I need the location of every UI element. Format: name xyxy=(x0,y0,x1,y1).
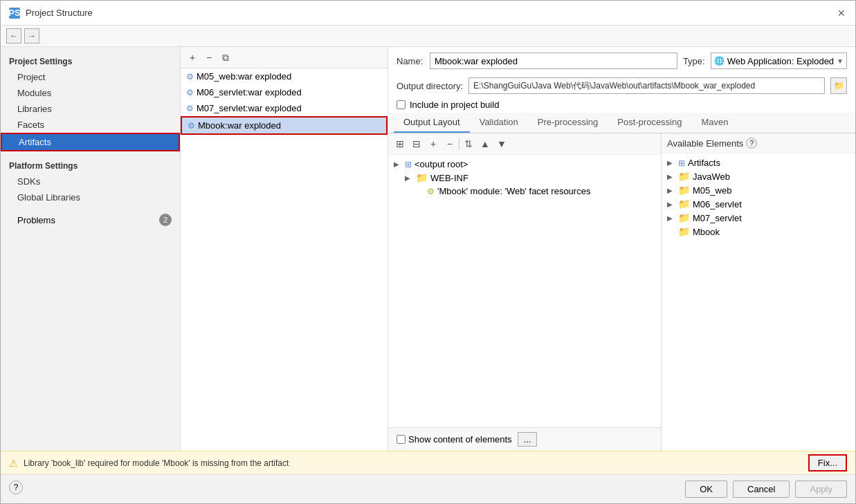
sidebar-item-global-libraries[interactable]: Global Libraries xyxy=(1,189,180,205)
sidebar-item-facets[interactable]: Facets xyxy=(1,117,180,133)
artifact-item-m06[interactable]: ⚙ M06_servlet:war exploded xyxy=(181,84,388,100)
sidebar-item-modules[interactable]: Modules xyxy=(1,85,180,101)
warning-message: Library 'book_lib' required for module '… xyxy=(24,458,803,468)
cancel-button[interactable]: Cancel xyxy=(733,480,790,498)
avail-mbook-label: Mbook xyxy=(693,227,720,237)
web-inf-folder-icon: 📁 xyxy=(416,172,428,183)
m07-folder-icon: 📁 xyxy=(678,212,690,223)
browse-button[interactable]: 📁 xyxy=(830,77,847,94)
main-content: Project Settings Project Modules Librari… xyxy=(1,47,855,451)
artifacts-toolbar: + − ⧉ xyxy=(181,47,388,68)
warning-bar: ⚠ Library 'book_lib' required for module… xyxy=(1,451,855,474)
m06-expand-icon: ▶ xyxy=(667,200,675,208)
avail-item-artifacts[interactable]: ▶ ⊞ Artifacts xyxy=(662,156,855,169)
artifact-icon-m07: ⚙ xyxy=(186,104,194,113)
output-dir-input[interactable] xyxy=(468,77,825,94)
available-elements-title: Available Elements xyxy=(667,138,743,149)
output-dir-row: Output directory: 📁 xyxy=(388,75,855,97)
output-tree-btn2[interactable]: ⊟ xyxy=(409,136,424,151)
close-button[interactable]: ✕ xyxy=(836,8,847,19)
avail-m07-label: M07_servlet xyxy=(693,213,742,223)
name-input[interactable] xyxy=(430,53,677,69)
m05-expand-icon: ▶ xyxy=(667,187,675,194)
toolbar-separator xyxy=(459,138,459,150)
type-dropdown-arrow-icon: ▼ xyxy=(837,57,844,65)
javaweb-folder-icon: 📁 xyxy=(678,171,690,182)
artifact-item-m05[interactable]: ⚙ M05_web:war exploded xyxy=(181,68,388,84)
tab-validation[interactable]: Validation xyxy=(470,113,528,133)
web-inf-label: WEB-INF xyxy=(430,173,468,183)
output-tree-btn1[interactable]: ⊞ xyxy=(392,136,408,151)
back-button[interactable]: ← xyxy=(6,28,21,44)
apply-button[interactable]: Apply xyxy=(795,480,847,498)
artifact-item-m07[interactable]: ⚙ M07_servlet:war exploded xyxy=(181,100,388,116)
output-tree-toolbar: ⊞ ⊟ + − ⇅ ▲ ▼ xyxy=(388,133,661,155)
m05-folder-icon: 📁 xyxy=(678,185,690,196)
type-icon: 🌐 xyxy=(714,56,725,66)
artifact-icon-mbook: ⚙ xyxy=(188,121,195,131)
output-tree-btn4[interactable]: − xyxy=(442,136,457,151)
output-dir-label: Output directory: xyxy=(397,81,463,91)
sidebar-item-project[interactable]: Project xyxy=(1,69,180,85)
avail-m05-label: M05_web xyxy=(693,185,731,196)
output-tree-btn5[interactable]: ⇅ xyxy=(461,136,476,151)
sidebar: Project Settings Project Modules Librari… xyxy=(1,47,181,451)
avail-item-m05-web[interactable]: ▶ 📁 M05_web xyxy=(662,183,855,197)
output-tree-btn6[interactable]: ▲ xyxy=(477,136,493,151)
javaweb-expand-icon: ▶ xyxy=(667,173,675,180)
tab-pre-processing[interactable]: Pre-processing xyxy=(528,113,608,133)
ok-button[interactable]: OK xyxy=(685,480,727,498)
tree-item-output-root[interactable]: ▶ ⊞ <output root> xyxy=(388,158,661,171)
name-label: Name: xyxy=(397,56,424,66)
tab-output-layout[interactable]: Output Layout xyxy=(394,113,470,133)
tab-maven[interactable]: Maven xyxy=(691,113,738,133)
show-content-label: Show content of elements xyxy=(408,434,512,445)
type-dropdown[interactable]: 🌐 Web Application: Exploded ▼ xyxy=(711,53,847,69)
include-project-build-checkbox[interactable] xyxy=(397,100,406,109)
top-nav: ← → xyxy=(1,26,855,47)
output-tree-btn7[interactable]: ▼ xyxy=(494,136,509,151)
web-inf-expand-icon: ▶ xyxy=(405,174,413,182)
sidebar-divider2 xyxy=(1,205,180,211)
show-content-row: Show content of elements xyxy=(397,434,512,445)
bottom-bar: Show content of elements ... xyxy=(388,427,661,451)
avail-artifacts-label: Artifacts xyxy=(688,158,720,168)
artifact-icon-m06: ⚙ xyxy=(186,88,194,97)
avail-item-m07-servlet[interactable]: ▶ 📁 M07_servlet xyxy=(662,211,855,225)
problems-badge: 2 xyxy=(159,214,172,226)
include-project-build-row: Include in project build xyxy=(388,97,855,113)
copy-artifact-button[interactable]: ⧉ xyxy=(218,50,233,65)
tab-post-processing[interactable]: Post-processing xyxy=(608,113,691,133)
output-tree: ⊞ ⊟ + − ⇅ ▲ ▼ ▶ ⊞ xyxy=(388,133,662,451)
tree-item-web-inf[interactable]: ▶ 📁 WEB-INF xyxy=(388,171,661,185)
sidebar-item-libraries[interactable]: Libraries xyxy=(1,101,180,117)
project-structure-dialog: PS Project Structure ✕ ← → Project Setti… xyxy=(0,0,856,504)
sidebar-item-artifacts[interactable]: Artifacts xyxy=(1,133,180,151)
forward-button[interactable]: → xyxy=(24,28,39,44)
available-help-icon[interactable]: ? xyxy=(746,138,757,149)
artifacts-expand-icon: ▶ xyxy=(667,159,675,167)
remove-artifact-button[interactable]: − xyxy=(201,50,217,65)
avail-item-mbook[interactable]: 📁 Mbook xyxy=(662,225,855,239)
avail-item-javaweb[interactable]: ▶ 📁 JavaWeb xyxy=(662,169,855,183)
add-artifact-button[interactable]: + xyxy=(185,50,200,65)
avail-item-m06-servlet[interactable]: ▶ 📁 M06_servlet xyxy=(662,197,855,211)
mbook-module-icon: ⚙ xyxy=(427,187,435,196)
help-button[interactable]: ? xyxy=(9,480,23,494)
avail-javaweb-label: JavaWeb xyxy=(693,171,730,182)
mbook-module-label: 'Mbook' module: 'Web' facet resources xyxy=(437,186,590,196)
sidebar-item-problems[interactable]: Problems 2 xyxy=(1,211,180,229)
output-tree-btn3[interactable]: + xyxy=(426,136,441,151)
output-root-icon: ⊞ xyxy=(405,160,412,169)
available-elements-header: Available Elements ? xyxy=(662,133,855,153)
available-tree: ▶ ⊞ Artifacts ▶ 📁 JavaWeb ▶ xyxy=(662,153,855,451)
sidebar-item-sdks[interactable]: SDKs xyxy=(1,174,180,189)
show-content-checkbox[interactable] xyxy=(397,435,406,444)
artifact-item-mbook[interactable]: ⚙ Mbook:war exploded xyxy=(181,116,388,135)
mbook-folder-icon: 📁 xyxy=(678,226,690,237)
fix-button[interactable]: Fix... xyxy=(808,454,847,472)
tree-item-mbook-module[interactable]: ⚙ 'Mbook' module: 'Web' facet resources xyxy=(388,185,661,198)
ellipsis-button[interactable]: ... xyxy=(518,432,538,447)
include-project-build-label: Include in project build xyxy=(410,100,499,110)
dialog-footer: ? OK Cancel Apply xyxy=(1,474,855,503)
